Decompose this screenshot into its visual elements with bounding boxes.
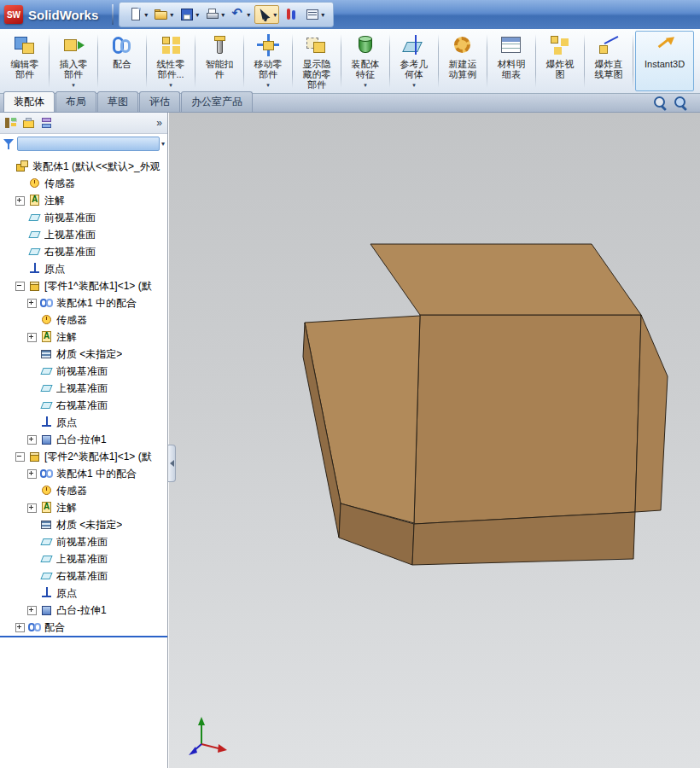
material-icon [40,519,53,531]
tab-evaluate[interactable]: 评估 [139,91,180,112]
tree-item[interactable]: 装配体1 中的配合 [0,465,167,482]
assembly-features-button[interactable]: 装配体特征▾ [343,31,388,91]
selection-filter-button[interactable] [282,6,300,23]
graphics-area[interactable] [169,113,700,768]
sensor-icon [40,314,53,326]
open-folder-button[interactable]: ▾ [152,6,175,23]
part1-top-face[interactable] [370,244,641,315]
expand-plus-icon[interactable] [27,435,37,445]
tree-item[interactable]: 前视基准面 [0,209,167,226]
tree-item[interactable]: 材质 <未指定> [0,346,167,363]
tree-item[interactable]: 材质 <未指定> [0,516,167,533]
panel-manager-tabs [3,116,54,131]
zoom-area-button[interactable] [674,96,688,110]
tree-item[interactable]: 注解 [0,192,167,209]
filter-dropdown-caret-icon[interactable]: ▾ [161,140,165,148]
new-document-button[interactable]: ▾ [126,6,149,23]
tree-item[interactable]: 上视基准面 [0,226,167,243]
dropdown-caret-icon: ▾ [72,80,75,90]
tree-item[interactable]: 配合 [0,619,167,636]
tree-item[interactable]: 装配体1 中的配合 [0,294,167,311]
expand-plus-icon[interactable] [27,299,37,308]
chevron-double-right-icon[interactable]: » [156,117,164,129]
tree-item[interactable]: 上视基准面 [0,550,167,567]
move-component-button[interactable]: 移动零部件▾ [246,31,290,91]
instant3d-button[interactable]: Instant3D [635,31,694,91]
show-hidden-button[interactable]: 显示隐藏的零部件 [295,31,339,91]
new-document-icon [128,7,143,22]
expand-plus-icon[interactable] [15,196,25,206]
insert-component-button[interactable]: 插入零部件▾ [51,31,96,91]
collapse-minus-icon[interactable] [15,452,25,462]
filter-input[interactable] [17,137,160,151]
model-canvas[interactable] [169,113,700,768]
app-title: SolidWorks [28,8,98,22]
tree-item[interactable]: 凸台-拉伸1 [0,602,167,619]
select-arrow-button[interactable]: ▾ [254,5,279,24]
collapse-minus-icon[interactable] [15,282,25,291]
tree-item-label: 前视基准面 [44,211,96,225]
tree-item[interactable]: 注解 [0,499,167,516]
motion-study-button[interactable]: 新建运动算例 [440,31,485,91]
smart-fasteners-button[interactable]: 智能扣件 [197,31,242,91]
tree-item[interactable]: 传感器 [0,482,167,499]
exploded-view-button[interactable]: 爆炸视图 [538,31,582,91]
undo-button[interactable]: ▾ [229,6,252,23]
edit-component-button[interactable]: 编辑零部件 [3,31,47,91]
options-button[interactable]: ▾ [303,6,326,23]
plane-icon [28,212,41,224]
tree-item-label: 注解 [56,501,77,515]
expand-plus-icon[interactable] [27,503,37,513]
expand-plus-icon[interactable] [27,333,37,342]
configurationmanager-tab[interactable] [39,116,54,131]
print-button[interactable]: ▾ [203,6,226,23]
tab-layout[interactable]: 布局 [55,91,96,112]
tree-item[interactable]: 原点 [0,585,167,602]
tree-item[interactable]: 上视基准面 [0,380,167,397]
tree-item[interactable]: 传感器 [0,311,167,329]
commandmanager-tabs: 装配体布局草图评估办公室产品 [3,94,254,112]
mate-button[interactable]: 配合 [100,31,144,91]
annotations-icon [40,502,53,514]
expand-plus-icon[interactable] [15,623,25,632]
propertymanager-tab[interactable] [21,116,36,131]
tree-item[interactable]: 原点 [0,414,167,431]
expand-plus-icon[interactable] [27,606,37,615]
tree-item-label: 原点 [56,416,77,430]
expand-plus-icon[interactable] [27,469,37,479]
part1-front-face[interactable] [414,315,641,524]
tab-sketch[interactable]: 草图 [97,91,138,112]
bom-button[interactable]: 材料明细表 [489,31,534,91]
part2-right-end-face[interactable] [635,315,668,512]
tree-item-label: 材质 <未指定> [56,347,122,362]
tree-item[interactable]: 右视基准面 [0,243,167,260]
tree-item-label: 装配体1 (默认<<默认>_外观 [32,160,160,174]
tree-item[interactable]: 原点 [0,260,167,277]
reference-geometry-button[interactable]: 参考几何体▾ [392,31,436,91]
panel-splitter[interactable] [168,445,176,482]
ribbon-separator [389,34,390,88]
mates-icon [28,621,41,633]
zoom-in-button[interactable] [653,96,668,110]
tree-item[interactable]: 右视基准面 [0,567,167,585]
tree-item-label: 传感器 [56,313,87,328]
tree-item[interactable]: 前视基准面 [0,533,167,550]
axis-x-arrowhead [218,744,227,753]
tab-assembly[interactable]: 装配体 [3,91,55,112]
tree-item[interactable]: 凸台-拉伸1 [0,431,167,448]
tree-item[interactable]: 装配体1 (默认<<默认>_外观 [0,158,167,175]
tree-item[interactable]: 传感器 [0,175,167,192]
axis-y-arrowhead [198,717,205,725]
featuremanager-tab[interactable] [3,116,18,131]
tab-office-products[interactable]: 办公室产品 [181,91,253,112]
mates-in-icon [40,297,53,309]
tree-item[interactable]: 前视基准面 [0,363,167,380]
titlebar-separator [112,4,114,25]
tree-item[interactable]: 注解 [0,329,167,346]
save-button[interactable]: ▾ [178,6,201,23]
tree-item[interactable]: [零件1^装配体1]<1> (默 [0,277,167,294]
tree-item[interactable]: [零件2^装配体1]<1> (默 [0,448,167,465]
linear-pattern-button[interactable]: 线性零部件...▾ [149,31,193,91]
tree-item[interactable]: 右视基准面 [0,397,167,414]
explode-sketch-button[interactable]: 爆炸直线草图 [586,31,631,91]
